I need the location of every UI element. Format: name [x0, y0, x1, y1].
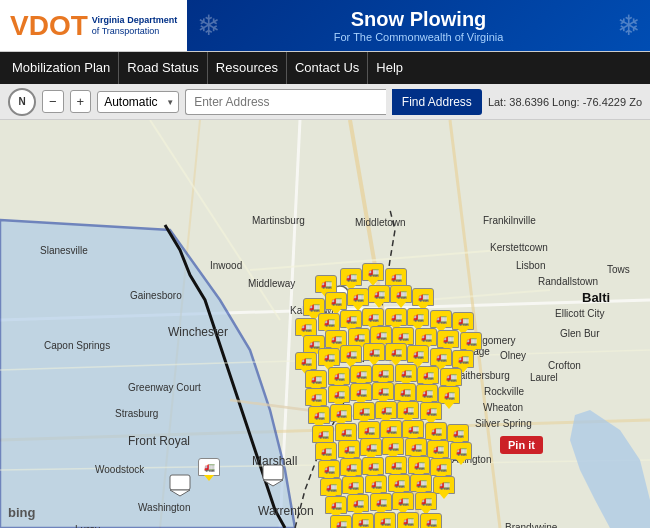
coordinates-display: Lat: 38.6396 Long: -76.4229 Zo — [488, 96, 642, 108]
nav-help[interactable]: Help — [368, 52, 411, 84]
plow-truck-51: 🚛 — [353, 402, 375, 420]
plow-truck-33: 🚛 — [430, 348, 452, 366]
plow-truck-58: 🚛 — [380, 420, 402, 438]
plow-truck-3: 🚛 — [362, 263, 384, 281]
find-address-button[interactable]: Find Address — [392, 89, 482, 115]
plow-truck-47: 🚛 — [416, 384, 438, 402]
plow-truck-8: 🚛 — [368, 285, 390, 303]
plow-truck-34: 🚛 — [452, 350, 474, 368]
plow-truck-13: 🚛 — [340, 310, 362, 328]
plow-truck-72: 🚛 — [385, 456, 407, 474]
pinit-button[interactable]: Pin it — [500, 436, 543, 454]
plow-truck-24: 🚛 — [415, 328, 437, 346]
plow-truck-67: 🚛 — [427, 440, 449, 458]
plow-truck-59: 🚛 — [402, 420, 424, 438]
plow-truck-45: 🚛 — [372, 382, 394, 400]
plow-truck-90: 🚛 — [420, 513, 442, 528]
snow-banner: ❄ Snow Plowing For The Commonwealth of V… — [187, 0, 650, 51]
plow-truck-62: 🚛 — [315, 442, 337, 460]
plow-truck-44: 🚛 — [350, 383, 372, 401]
plow-truck-65: 🚛 — [382, 437, 404, 455]
snowflake-left-icon: ❄ — [197, 9, 220, 42]
nav-resources[interactable]: Resources — [208, 52, 287, 84]
plow-truck-10: 🚛 — [412, 288, 434, 306]
plow-truck-18: 🚛 — [452, 312, 474, 330]
plow-truck-81: 🚛 — [325, 496, 347, 514]
map-container[interactable]: 66 29 Martinsburg Middletown Slanesville… — [0, 120, 650, 528]
plow-truck-39: 🚛 — [395, 364, 417, 382]
plow-truck-61: 🚛 — [447, 424, 469, 442]
plow-truck-76: 🚛 — [342, 476, 364, 494]
plow-truck-63: 🚛 — [338, 440, 360, 458]
plow-truck-2: 🚛 — [340, 268, 362, 286]
address-input[interactable] — [185, 89, 386, 115]
plow-truck-38: 🚛 — [372, 364, 394, 382]
plow-truck-w1: 🚛 — [198, 458, 220, 476]
plow-truck-27: 🚛 — [295, 352, 317, 370]
plow-truck-6: 🚛 — [325, 292, 347, 310]
plow-truck-53: 🚛 — [397, 401, 419, 419]
nav-mobilization[interactable]: Mobilization Plan — [12, 52, 119, 84]
plow-truck-32: 🚛 — [407, 345, 429, 363]
plow-truck-40: 🚛 — [417, 366, 439, 384]
plow-truck-22: 🚛 — [370, 326, 392, 344]
plow-truck-84: 🚛 — [392, 492, 414, 510]
plow-truck-70: 🚛 — [340, 458, 362, 476]
plow-truck-69: 🚛 — [318, 460, 340, 478]
plow-truck-26: 🚛 — [460, 332, 482, 350]
plow-truck-60: 🚛 — [425, 422, 447, 440]
zoom-in-button[interactable]: + — [70, 90, 92, 113]
plow-truck-77: 🚛 — [365, 475, 387, 493]
plow-truck-16: 🚛 — [407, 308, 429, 326]
plow-truck-4: 🚛 — [385, 268, 407, 286]
plow-truck-56: 🚛 — [335, 423, 357, 441]
plow-truck-73: 🚛 — [408, 456, 430, 474]
auto-select-wrapper: Automatic — [97, 91, 179, 113]
plow-truck-50: 🚛 — [330, 404, 352, 422]
plow-truck-80: 🚛 — [433, 476, 455, 494]
plow-truck-55: 🚛 — [312, 425, 334, 443]
plow-truck-1: 🚛 — [315, 275, 337, 293]
plow-truck-36: 🚛 — [328, 367, 350, 385]
nav-contact-us[interactable]: Contact Us — [287, 52, 368, 84]
plow-truck-30: 🚛 — [363, 343, 385, 361]
plow-truck-14: 🚛 — [362, 308, 384, 326]
plow-truck-35: 🚛 — [305, 370, 327, 388]
plow-truck-78: 🚛 — [388, 474, 410, 492]
plow-truck-37: 🚛 — [350, 365, 372, 383]
plow-truck-9: 🚛 — [390, 285, 412, 303]
plow-truck-83: 🚛 — [370, 493, 392, 511]
plow-truck-17: 🚛 — [430, 310, 452, 328]
plow-truck-54: 🚛 — [420, 402, 442, 420]
snowflake-right-icon: ❄ — [617, 9, 640, 42]
plow-truck-42: 🚛 — [305, 388, 327, 406]
plow-truck-7: 🚛 — [347, 288, 369, 306]
plow-truck-31: 🚛 — [385, 343, 407, 361]
zoom-out-button[interactable]: − — [42, 90, 64, 113]
plow-truck-79: 🚛 — [410, 474, 432, 492]
header: VDOT Virginia Department of Transportati… — [0, 0, 650, 52]
plow-truck-88: 🚛 — [374, 512, 396, 528]
plow-truck-71: 🚛 — [362, 457, 384, 475]
plow-truck-12: 🚛 — [318, 313, 340, 331]
plow-truck-48: 🚛 — [438, 386, 460, 404]
plow-truck-74: 🚛 — [430, 458, 452, 476]
snow-subtitle: For The Commonwealth of Virginia — [334, 31, 504, 43]
plow-truck-28: 🚛 — [318, 348, 340, 366]
plow-truck-89: 🚛 — [397, 512, 419, 528]
plow-truck-64: 🚛 — [360, 438, 382, 456]
plow-truck-43: 🚛 — [328, 385, 350, 403]
compass: N — [8, 88, 36, 116]
plow-truck-66: 🚛 — [405, 438, 427, 456]
plow-truck-25: 🚛 — [437, 330, 459, 348]
snow-text: Snow Plowing For The Commonwealth of Vir… — [334, 8, 504, 43]
vdot-tagline: Virginia Department of Transportation — [92, 15, 177, 37]
nav-road-status[interactable]: Road Status — [119, 52, 208, 84]
plow-truck-85: 🚛 — [415, 492, 437, 510]
svg-rect-23 — [263, 465, 283, 480]
plow-truck-15: 🚛 — [385, 308, 407, 326]
bing-logo: bing — [8, 505, 35, 520]
snow-title: Snow Plowing — [334, 8, 504, 31]
plow-truck-52: 🚛 — [375, 401, 397, 419]
auto-select[interactable]: Automatic — [97, 91, 179, 113]
